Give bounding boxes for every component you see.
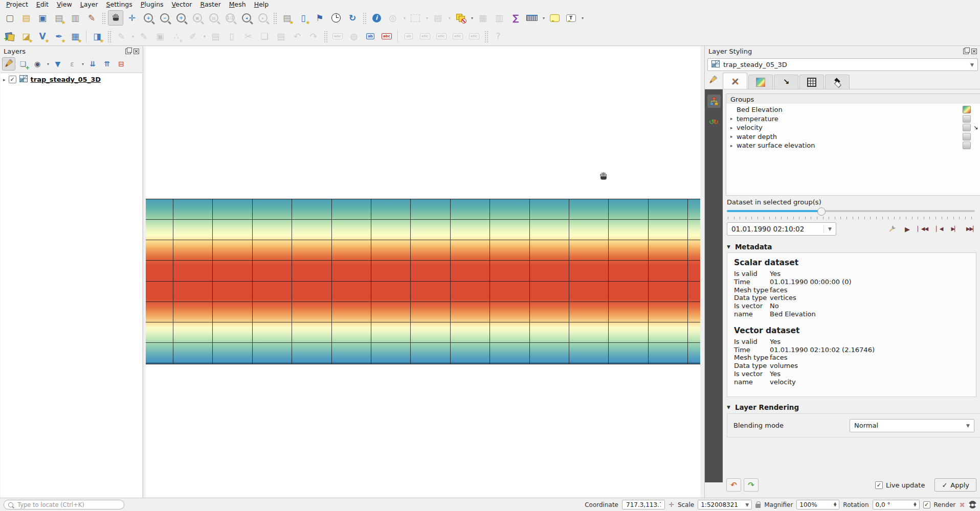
filter-legend-button[interactable]: ▼ — [51, 57, 64, 71]
menu-item[interactable]: Help — [250, 1, 273, 8]
toolbar-grip[interactable] — [362, 12, 367, 24]
panel-float-icon[interactable] — [963, 49, 969, 54]
magnifier-spinner[interactable]: 100% ▲▼ — [796, 500, 839, 509]
panel-float-icon[interactable] — [125, 49, 131, 54]
toolbar-grip[interactable] — [323, 30, 328, 42]
refresh-map-button[interactable]: ↻ — [345, 10, 360, 26]
stop-rendering-icon[interactable]: ✖ — [959, 501, 965, 509]
rotation-spinner[interactable]: 0,0 ° ▲▼ — [873, 500, 920, 509]
first-dataset-button[interactable]: ▏◀◀ — [918, 226, 928, 231]
show-layout-manager-button[interactable]: ▥ — [68, 10, 83, 26]
dataset-group-row[interactable]: ▸ water surface elevation ↘ — [726, 141, 980, 150]
previous-dataset-button[interactable]: ▏◀ — [936, 226, 943, 231]
toolbar-grip[interactable] — [101, 12, 106, 24]
menu-item[interactable]: Vector — [168, 1, 196, 8]
filter-by-expression-button[interactable]: ε▾ — [65, 57, 85, 71]
zoom-full-button[interactable]: ✛ — [173, 10, 189, 26]
expand-all-button[interactable]: ⇊ — [86, 57, 99, 71]
style-manager-button[interactable]: ✎ — [84, 10, 99, 26]
menu-item[interactable]: Mesh — [225, 1, 250, 8]
new-virtual-layer-button[interactable]: ▦★ — [68, 29, 83, 44]
dataset-groups-tree-icon[interactable] — [707, 95, 721, 108]
expand-arrow-icon[interactable]: ▸ — [730, 134, 737, 139]
scalar-contours-toggle[interactable] — [963, 106, 971, 113]
menu-item[interactable]: Layer — [76, 1, 102, 8]
open-layer-styling-button[interactable] — [2, 57, 15, 71]
scalar-contours-toggle[interactable] — [963, 115, 971, 123]
pan-map-button[interactable] — [108, 10, 123, 26]
manage-map-themes-button[interactable]: ◉▾ — [31, 57, 50, 71]
expand-arrow-icon[interactable]: ▸ — [730, 116, 737, 121]
dataset-group-row[interactable]: ▸ velocity ↘ — [726, 123, 980, 132]
labeling-button[interactable]: ab — [363, 29, 378, 44]
project-save-button[interactable]: ▣ — [35, 10, 50, 26]
expand-arrow-icon[interactable]: ▸ — [730, 125, 737, 130]
toolbar-grip[interactable] — [273, 12, 277, 24]
render-checkbox[interactable]: ✓ — [923, 501, 930, 508]
tab-mesh-frame[interactable] — [799, 75, 824, 89]
menu-item[interactable]: Plugins — [137, 1, 168, 8]
last-dataset-button[interactable]: ▶▶▏ — [966, 226, 976, 231]
data-source-manager-button[interactable]: + — [2, 29, 17, 44]
map-canvas[interactable] — [146, 47, 700, 497]
layer-selector-combo[interactable]: trap_steady_05_3D ▼ — [707, 58, 978, 71]
zoom-out-button[interactable]: − — [157, 10, 172, 26]
measure-button[interactable]: ▾ — [524, 10, 546, 26]
time-slider[interactable] — [727, 207, 975, 214]
menu-item[interactable]: Settings — [102, 1, 137, 8]
tab-contours[interactable] — [748, 75, 773, 89]
scalar-contours-toggle[interactable] — [963, 124, 971, 131]
menu-item[interactable]: Project — [2, 1, 32, 8]
layer-rendering-section-header[interactable]: ▼ Layer Rendering — [727, 403, 799, 411]
remove-layer-button[interactable]: ⊟ — [115, 57, 128, 71]
coordinate-input[interactable] — [625, 501, 662, 509]
menu-item[interactable]: View — [53, 1, 76, 8]
locator-search[interactable] — [4, 500, 124, 509]
pan-to-selection-button[interactable]: ✛ — [124, 10, 140, 26]
dataset-group-row[interactable]: ▸ temperature ↘ — [726, 114, 980, 124]
reload-datasets-icon[interactable]: ↺↻ — [707, 115, 721, 128]
diagram-button[interactable]: abc — [379, 29, 394, 44]
tab-vectors[interactable]: ↘ — [774, 75, 798, 89]
metadata-section-header[interactable]: ▼ Metadata — [727, 243, 772, 251]
scalar-contours-toggle[interactable] — [963, 133, 971, 141]
toolbar-grip[interactable] — [484, 30, 488, 42]
blending-mode-combo[interactable]: Normal ▼ — [850, 419, 974, 432]
dataset-group-row[interactable]: ▸ water depth ↘ — [726, 132, 980, 142]
undo-style-button[interactable]: ↶ — [726, 478, 741, 492]
text-annotation-button[interactable]: T▾ — [563, 10, 585, 26]
identify-features-button[interactable]: i — [369, 10, 384, 26]
zoom-last-button[interactable]: ◂ — [239, 10, 254, 26]
time-combo[interactable]: 01.01.1990 02:10:02 ▼ — [727, 222, 836, 236]
new-geopackage-layer-button[interactable]: ◪★ — [18, 29, 34, 44]
new-shapefile-layer-button[interactable]: V★ — [35, 29, 50, 44]
play-button[interactable]: ▶ — [905, 226, 909, 233]
coordinate-field[interactable] — [622, 500, 665, 509]
new-mesh-layer-button[interactable]: ◨★ — [90, 29, 105, 44]
expand-arrow-icon[interactable]: ▸ — [730, 143, 737, 148]
menu-item[interactable]: Edit — [32, 1, 53, 8]
dataset-group-row[interactable]: ▸ Bed Elevation ↘ — [726, 105, 980, 114]
redo-style-button[interactable]: ↷ — [744, 478, 759, 492]
deselect-features-button[interactable]: ▾ — [453, 10, 474, 26]
expand-arrow-icon[interactable]: ▸ — [3, 77, 6, 82]
scalar-contours-toggle[interactable] — [963, 142, 971, 149]
statistics-summary-button[interactable]: ∑ — [508, 10, 523, 26]
layer-tree-item[interactable]: ▸ ✓ trap_steady_05_3D — [1, 73, 142, 85]
messages-icon[interactable]: ●●● — [969, 501, 976, 508]
project-open-button[interactable]: ▤ — [18, 10, 34, 26]
spinner-arrows-icon[interactable]: ▲▼ — [914, 503, 916, 507]
vector-arrows-toggle[interactable]: ↘ — [972, 125, 979, 130]
panel-close-icon[interactable]: ✕ — [133, 49, 139, 54]
new-map-view-button[interactable]: ▤★ — [279, 10, 295, 26]
new-3d-map-view-button[interactable]: ▯★ — [296, 10, 311, 26]
zoom-in-button[interactable]: + — [141, 10, 156, 26]
next-dataset-button[interactable]: ▶▏ — [951, 226, 958, 231]
temporal-controller-button[interactable] — [328, 10, 344, 26]
apply-button[interactable]: ✓ Apply — [934, 478, 976, 492]
spinner-arrows-icon[interactable]: ▲▼ — [834, 503, 836, 507]
live-update-checkbox[interactable]: ✓ — [875, 481, 883, 489]
slider-handle[interactable] — [817, 207, 826, 216]
toggle-extents-icon[interactable]: ✛ — [669, 501, 674, 508]
project-new-button[interactable]: ▢ — [2, 10, 17, 26]
